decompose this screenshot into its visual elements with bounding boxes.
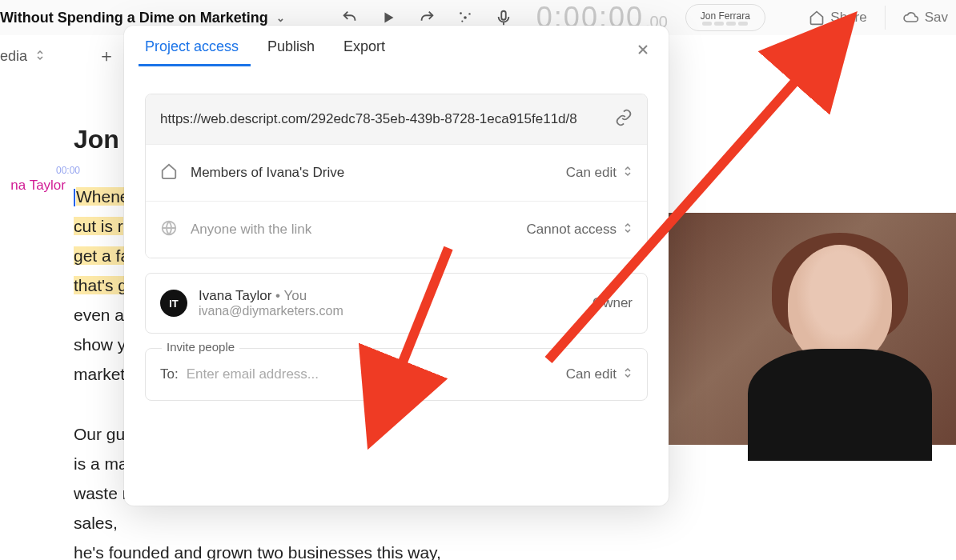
sparkle-icon[interactable] (456, 9, 474, 26)
members-permission-dropdown[interactable]: Can edit (566, 165, 633, 181)
member-row: IT Ivana Taylor • You ivana@diymarketers… (146, 274, 647, 333)
play-icon[interactable] (380, 9, 397, 26)
svg-point-1 (464, 16, 467, 19)
cloud-icon (903, 10, 919, 26)
invite-legend: Invite people (162, 340, 239, 354)
member-email: ivana@diymarketers.com (199, 304, 581, 318)
you-tag: You (283, 288, 307, 303)
globe-icon (160, 219, 178, 240)
share-modal: Project access Publish Export https://we… (124, 26, 669, 506)
members-permission-row: Members of Ivana's Drive Can edit (146, 144, 647, 201)
members-permission-label: Members of Ivana's Drive (191, 165, 553, 181)
invite-to-label: To: (160, 366, 179, 382)
close-icon[interactable] (635, 42, 651, 61)
anyone-permission-row: Anyone with the link Cannot access (146, 201, 647, 258)
updown-icon (623, 222, 633, 238)
person-silhouette (724, 237, 932, 445)
home-icon (809, 10, 825, 26)
timecode: 00:00 (56, 165, 80, 176)
share-link-row: https://web.descript.com/292edc78-35eb-4… (146, 94, 647, 144)
speaker-pill-name: Jon Ferrara (701, 10, 750, 22)
member-name: Ivana Taylor (199, 288, 271, 303)
plus-icon: ＋ (98, 44, 115, 68)
save-label: Sav (925, 10, 948, 26)
media-label: edia (0, 48, 27, 65)
divider (885, 6, 886, 30)
member-role: Owner (592, 295, 633, 311)
microphone-icon[interactable] (495, 9, 512, 26)
anyone-permission-label: Anyone with the link (191, 222, 514, 238)
anyone-permission-dropdown[interactable]: Cannot access (527, 222, 633, 238)
updown-icon (35, 48, 45, 65)
playback-controls (341, 9, 512, 26)
svg-point-3 (461, 20, 463, 22)
svg-point-0 (460, 12, 462, 14)
active-tab-indicator (139, 64, 251, 66)
undo-icon[interactable] (341, 9, 359, 26)
speaker-pill[interactable]: Jon Ferrara (685, 4, 765, 31)
project-title-dropdown[interactable]: Without Spending a Dime on Marketing ⌄ (0, 10, 290, 26)
text-cursor (74, 189, 75, 206)
link-and-permissions-box: https://web.descript.com/292edc78-35eb-4… (145, 94, 648, 258)
project-title: Without Spending a Dime on Marketing (0, 10, 268, 26)
chevron-down-icon: ⌄ (276, 12, 285, 24)
share-link-field[interactable]: https://web.descript.com/292edc78-35eb-4… (160, 111, 604, 127)
modal-tabs: Project access Publish Export (124, 26, 669, 66)
copy-link-icon[interactable] (615, 109, 633, 130)
svg-rect-4 (501, 11, 506, 20)
svg-point-2 (468, 13, 470, 14)
video-preview[interactable] (668, 213, 956, 445)
save-button[interactable]: Sav (903, 10, 948, 26)
tab-project-access[interactable]: Project access (145, 38, 239, 66)
media-dropdown[interactable]: edia (0, 48, 45, 65)
share-label: Share (830, 10, 866, 26)
updown-icon (623, 165, 633, 181)
tab-export[interactable]: Export (343, 38, 385, 66)
updown-icon (623, 366, 633, 382)
tab-publish[interactable]: Publish (267, 38, 315, 66)
invite-email-input[interactable] (187, 366, 558, 382)
avatar: IT (160, 290, 187, 317)
redo-icon[interactable] (418, 9, 436, 26)
speaker-label[interactable]: na Taylor (0, 178, 66, 194)
members-box: IT Ivana Taylor • You ivana@diymarketers… (145, 273, 648, 334)
waveform-icon (702, 22, 748, 26)
invite-box: Invite people To: Can edit (145, 348, 648, 401)
share-button[interactable]: Share (809, 10, 866, 26)
invite-permission-dropdown[interactable]: Can edit (566, 366, 633, 382)
home-icon (160, 162, 178, 183)
